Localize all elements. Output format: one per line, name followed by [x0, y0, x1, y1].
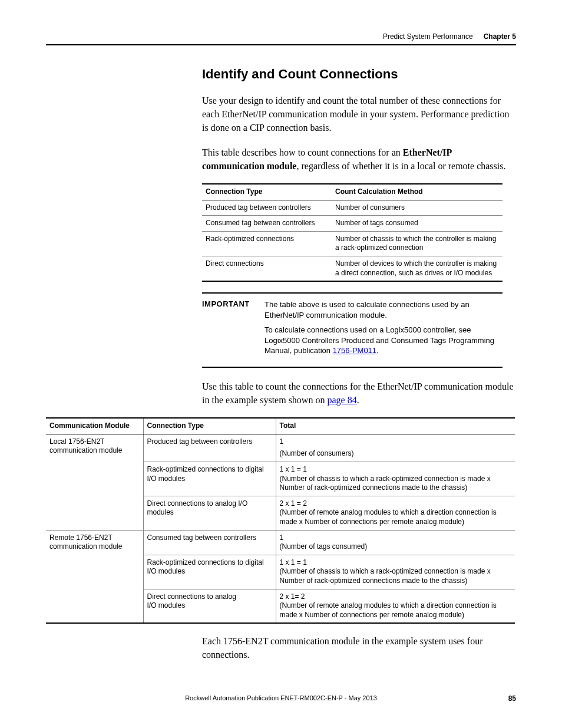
important-label: IMPORTANT: [202, 299, 254, 361]
text: Direct connections to analog: [147, 592, 272, 602]
important-callout: IMPORTANT The table above is used to cal…: [202, 292, 503, 368]
table-cell: Produced tag between controllers: [202, 200, 332, 216]
table-cell: Rack-optimized connections to digital I/…: [143, 462, 276, 496]
text: This table describes how to count connec…: [202, 147, 403, 157]
table-cell: 1 (Number of consumers): [276, 434, 515, 462]
text: 2 x 1= 2: [280, 592, 512, 602]
paragraph: This table describes how to count connec…: [202, 146, 516, 173]
publication-link[interactable]: 1756-PM011: [333, 346, 376, 355]
text: (Number of remote analog modules to whic…: [280, 601, 512, 620]
section-heading: Identify and Count Connections: [202, 67, 516, 82]
table-row: Consumed tag between controllers Number …: [202, 216, 503, 232]
table-cell: 1 (Number of tags consumed): [276, 530, 515, 555]
table-header: Communication Module: [46, 418, 143, 434]
publication-info: Rockwell Automation Publication ENET-RM0…: [185, 694, 377, 701]
table-cell: Direct connections to analog I/O modules: [143, 496, 276, 530]
table-header: Total: [276, 418, 515, 434]
text: The table above is used to calculate con…: [265, 299, 503, 320]
text: , regardless of whether it is in a local…: [296, 161, 505, 171]
paragraph: Use your design to identify and count th…: [202, 94, 516, 135]
table-cell: Number of chassis to which the controlle…: [332, 231, 503, 256]
table-cell: Number of tags consumed: [332, 216, 503, 232]
paragraph: Each 1756-EN2T communication module in t…: [202, 634, 516, 661]
content-column: Identify and Count Connections Use your …: [202, 67, 516, 407]
table-cell: Number of consumers: [332, 200, 503, 216]
chapter-label: Chapter 5: [484, 32, 516, 41]
table-cell: 2 x 1 = 2 (Number of remote analog modul…: [276, 496, 515, 530]
text: (Number of consumers): [280, 446, 512, 459]
text: (Number of chassis to which a rack-optim…: [280, 567, 512, 585]
table-cell: Rack-optimized connections to digital I/…: [143, 555, 276, 589]
example-table-wrap: Communication Module Connection Type Tot…: [46, 417, 516, 624]
text: .: [357, 395, 359, 405]
table-cell: Direct connections to analog I/O modules: [143, 589, 276, 623]
text: 1: [280, 533, 512, 543]
chapter-title: Predict System Performance: [383, 32, 473, 41]
important-body: The table above is used to calculate con…: [265, 299, 503, 361]
page-number: 85: [508, 694, 516, 703]
table-cell: Consumed tag between controllers: [202, 216, 332, 232]
paragraph: Use this table to count the connections …: [202, 380, 516, 407]
text: (Number of tags consumed): [280, 542, 512, 552]
table-cell: Direct connections: [202, 256, 332, 281]
text: (Number of chassis to which a rack-optim…: [280, 475, 512, 493]
content-column-lower: Each 1756-EN2T communication module in t…: [202, 634, 516, 661]
page-link[interactable]: page 84: [327, 395, 356, 405]
table-header: Connection Type: [202, 184, 332, 200]
table-cell: Local 1756-EN2T communication module: [46, 434, 143, 530]
text: 1 x 1 = 1: [280, 465, 512, 475]
table-cell: 2 x 1= 2 (Number of remote analog module…: [276, 589, 515, 623]
table-row: Rack-optimized connections Number of cha…: [202, 231, 503, 256]
text: To calculate connections used on a Logix…: [265, 325, 503, 356]
table-cell: Remote 1756-EN2T communication module: [46, 530, 143, 623]
table-cell: Rack-optimized connections: [202, 231, 332, 256]
table-cell: Produced tag between controllers: [143, 434, 276, 462]
table-row: Local 1756-EN2T communication module Pro…: [46, 434, 515, 462]
page-footer: Rockwell Automation Publication ENET-RM0…: [46, 694, 516, 701]
table-row: Direct connections Number of devices to …: [202, 256, 503, 281]
text: To calculate connections used on a Logix…: [265, 325, 494, 355]
table-row: Remote 1756-EN2T communication module Co…: [46, 530, 515, 555]
table-cell: Consumed tag between controllers: [143, 530, 276, 555]
text: 1: [280, 437, 512, 447]
connection-count-table: Connection Type Count Calculation Method…: [202, 183, 503, 282]
page-header: Predict System Performance Chapter 5: [46, 32, 516, 45]
table-header: Connection Type: [143, 418, 276, 434]
table-header: Count Calculation Method: [332, 184, 503, 200]
table-row: Produced tag between controllers Number …: [202, 200, 503, 216]
text: .: [376, 346, 379, 355]
text: (Number of remote analog modules to whic…: [280, 508, 512, 526]
example-connections-table: Communication Module Connection Type Tot…: [46, 417, 515, 624]
table-cell: 1 x 1 = 1 (Number of chassis to which a …: [276, 555, 515, 589]
text: 2 x 1 = 2: [280, 499, 512, 509]
table-cell: 1 x 1 = 1 (Number of chassis to which a …: [276, 462, 515, 496]
text: I/O modules: [147, 601, 272, 611]
table-cell: Number of devices to which the controlle…: [332, 256, 503, 281]
page: Predict System Performance Chapter 5 Ide…: [0, 0, 562, 728]
text: 1 x 1 = 1: [280, 558, 512, 568]
